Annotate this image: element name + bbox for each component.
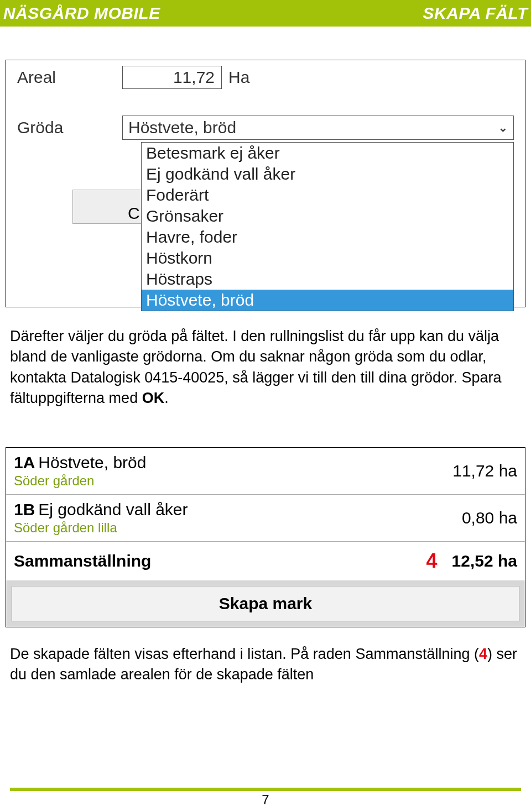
field-list-row[interactable]: 1BEj godkänd vall åkerSöder gården lilla… [6, 495, 525, 542]
summary-row: Sammanställning 4 12,52 ha [6, 542, 525, 580]
field-area: 0,80 ha [462, 509, 517, 527]
summary-callout-number: 4 [426, 549, 438, 573]
groda-select[interactable]: Höstvete, bröd ⌄ [122, 116, 514, 140]
field-subname: Söder gården lilla [14, 520, 462, 536]
header-title-right: SKAPA FÄLT [423, 4, 528, 23]
dropdown-option[interactable]: Höstkorn [142, 248, 513, 269]
field-subname: Söder gården [14, 473, 452, 489]
groda-label: Gröda [17, 118, 122, 137]
areal-label: Areal [17, 68, 122, 87]
para2-red-number: 4 [479, 646, 487, 662]
dropdown-option[interactable]: Betesmark ej åker [142, 143, 513, 164]
create-field-button[interactable]: Skapa mark [12, 586, 519, 621]
field-area: 11,72 ha [452, 462, 517, 480]
field-code: 1A [14, 453, 35, 472]
areal-unit: Ha [228, 68, 249, 87]
groda-dropdown[interactable]: Betesmark ej åkerEj godkänd vall åkerFod… [141, 142, 514, 311]
dropdown-option[interactable]: Foderärt [142, 185, 513, 206]
field-code: 1B [14, 500, 35, 518]
areal-row: Areal 11,72 Ha [6, 60, 525, 95]
screenshot-list: 1AHöstvete, brödSöder gården11,72 ha1BEj… [6, 447, 525, 627]
para1-text3: . [164, 390, 169, 406]
groda-row: Gröda Höstvete, bröd ⌄ [6, 110, 525, 145]
para2-text1: De skapade fälten visas efterhand i list… [10, 646, 479, 662]
groda-selected-value: Höstvete, bröd [128, 118, 236, 137]
footer-divider [10, 788, 521, 791]
dropdown-option[interactable]: Höstraps [142, 269, 513, 290]
paragraph-1: Därefter väljer du gröda på fältet. I de… [10, 326, 521, 408]
para1-text1: Därefter väljer du gröda på fältet. I de… [10, 328, 502, 406]
page-number: 7 [0, 792, 531, 808]
summary-area: 12,52 ha [452, 552, 517, 570]
dropdown-option[interactable]: Höstvete, bröd [142, 290, 513, 311]
obscured-letter: C [128, 204, 140, 223]
areal-input[interactable]: 11,72 [122, 66, 222, 89]
para1-ok: OK [142, 390, 165, 406]
dropdown-option[interactable]: Havre, foder [142, 227, 513, 248]
summary-label: Sammanställning [14, 552, 151, 570]
paragraph-2: De skapade fälten visas efterhand i list… [10, 644, 521, 685]
dropdown-option[interactable]: Ej godkänd vall åker [142, 164, 513, 185]
screenshot-form: Areal 11,72 Ha Gröda Höstvete, bröd ⌄ C … [6, 60, 525, 307]
chevron-down-icon: ⌄ [498, 121, 508, 134]
header-title-left: NÄSGÅRD MOBILE [3, 4, 160, 23]
page-header: NÄSGÅRD MOBILE SKAPA FÄLT [0, 0, 531, 27]
field-crop: Höstvete, bröd [38, 453, 146, 472]
field-list-row[interactable]: 1AHöstvete, brödSöder gården11,72 ha [6, 448, 525, 495]
create-bar: Skapa mark [6, 580, 525, 627]
field-crop: Ej godkänd vall åker [38, 500, 188, 518]
dropdown-option[interactable]: Grönsaker [142, 206, 513, 227]
